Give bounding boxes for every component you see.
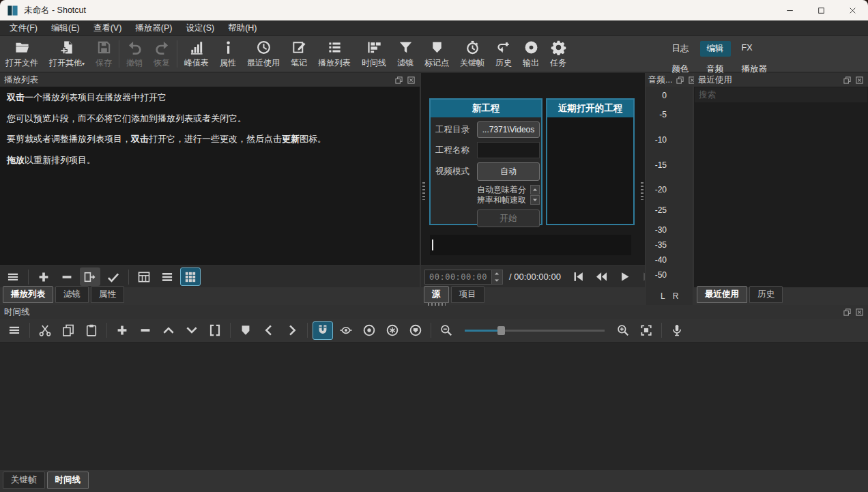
menu-settings[interactable]: 设定(S): [179, 21, 221, 35]
hint-scroll-up-button[interactable]: [530, 185, 540, 194]
layout-color-button[interactable]: 颜色: [665, 61, 696, 77]
tab-timeline[interactable]: 时间线: [47, 472, 89, 489]
timecode-up-button[interactable]: [492, 270, 502, 277]
splitter-grip[interactable]: [422, 182, 425, 200]
timeline-zoom-slider[interactable]: [465, 325, 605, 336]
grid-view-button[interactable]: [180, 267, 201, 286]
layout-logging-button[interactable]: 日志: [665, 41, 696, 57]
layout-editing-button[interactable]: 编辑: [700, 41, 731, 57]
db-tick: -40: [655, 255, 667, 265]
project-name-input[interactable]: [477, 142, 540, 158]
redo-button[interactable]: 恢复: [148, 37, 175, 72]
playlist-button[interactable]: 播放列表: [313, 37, 356, 72]
float-panel-icon[interactable]: [394, 76, 403, 85]
markers-button[interactable]: 标记点: [419, 37, 454, 72]
seek-bar[interactable]: [430, 235, 631, 255]
detail-view-button[interactable]: [134, 267, 154, 286]
play-button[interactable]: [618, 270, 631, 283]
slider-handle[interactable]: [497, 326, 505, 335]
ripple-all-tracks-toggle[interactable]: [382, 321, 403, 340]
recent-list[interactable]: [694, 103, 868, 287]
notes-button[interactable]: 笔记: [285, 37, 313, 72]
playlist-remove-button[interactable]: [57, 267, 77, 286]
open-file-button[interactable]: 打开文件: [0, 37, 44, 72]
playlist-update-button[interactable]: [103, 267, 124, 286]
paste-button[interactable]: [81, 321, 102, 340]
overwrite-button[interactable]: [182, 321, 202, 340]
split-button[interactable]: [205, 321, 225, 340]
timeline-menu-button[interactable]: [4, 321, 25, 340]
fast-forward-button[interactable]: [641, 270, 645, 283]
tab-source[interactable]: 源: [424, 286, 449, 303]
snap-toggle[interactable]: [313, 321, 333, 340]
tab-keyframes[interactable]: 关键帧: [3, 472, 45, 489]
ripple-delete-button[interactable]: [135, 321, 156, 340]
ripple-toggle[interactable]: [359, 321, 379, 340]
jobs-button[interactable]: 任务: [545, 37, 572, 72]
close-button[interactable]: [837, 0, 868, 20]
timeline-tracks-area[interactable]: [0, 342, 868, 470]
playlist-menu-button[interactable]: [3, 267, 23, 286]
close-panel-icon[interactable]: [855, 76, 864, 85]
video-mode-button[interactable]: 自动: [477, 162, 540, 181]
layout-fx-button[interactable]: FX: [735, 41, 760, 57]
start-button[interactable]: 开始: [477, 209, 540, 227]
menu-player[interactable]: 播放器(P): [128, 21, 179, 35]
recent-projects-list[interactable]: [547, 117, 633, 224]
tab-filters[interactable]: 滤镜: [55, 286, 89, 303]
timeline-button[interactable]: 时间线: [356, 37, 392, 72]
zoom-in-button[interactable]: [613, 321, 633, 340]
previous-marker-button[interactable]: [259, 321, 279, 340]
tab-properties[interactable]: 属性: [91, 286, 124, 303]
marker-button[interactable]: [235, 321, 256, 340]
menu-edit[interactable]: 编辑(E): [44, 21, 87, 35]
ripple-markers-toggle[interactable]: [405, 321, 426, 340]
save-button[interactable]: 保存: [90, 37, 117, 72]
cut-button[interactable]: [35, 321, 55, 340]
splitter-grip[interactable]: [641, 182, 643, 200]
layout-audio-button[interactable]: 音频: [700, 61, 731, 77]
close-panel-icon[interactable]: [407, 76, 416, 85]
tab-playlist[interactable]: 播放列表: [3, 286, 53, 303]
search-input[interactable]: [695, 87, 867, 102]
peak-meter-button[interactable]: 峰值表: [179, 37, 214, 72]
minimize-button[interactable]: [774, 0, 805, 20]
menu-view[interactable]: 查看(V): [87, 21, 129, 35]
timecode-down-button[interactable]: [492, 277, 502, 284]
close-panel-icon[interactable]: [855, 308, 864, 317]
open-other-button[interactable]: 打开其他▾: [44, 37, 90, 72]
float-panel-icon[interactable]: [843, 76, 852, 85]
hint-scroll-down-button[interactable]: [530, 195, 540, 205]
next-marker-button[interactable]: [282, 321, 302, 340]
playlist-add-button[interactable]: [33, 267, 54, 286]
menu-file[interactable]: 文件(F): [3, 21, 44, 35]
history-button[interactable]: 历史: [490, 37, 517, 72]
undo-button[interactable]: 撤销: [121, 37, 148, 72]
tile-view-button[interactable]: [157, 267, 177, 286]
open-as-clip-button[interactable]: [80, 267, 100, 286]
project-folder-button[interactable]: ...7371\Videos: [477, 121, 540, 138]
menu-help[interactable]: 帮助(H): [221, 21, 263, 35]
recent-button[interactable]: 最近使用: [242, 37, 285, 72]
skip-to-start-button[interactable]: [572, 270, 585, 283]
layout-player-button[interactable]: 播放器: [735, 61, 775, 77]
keyframes-button[interactable]: 关键帧: [454, 37, 490, 72]
properties-button[interactable]: 属性: [214, 37, 242, 72]
rewind-button[interactable]: [595, 270, 608, 283]
tab-project[interactable]: 项目: [451, 286, 484, 303]
tab-history[interactable]: 历史: [749, 286, 783, 303]
timecode-value[interactable]: 00:00:00:00: [424, 270, 492, 285]
record-audio-button[interactable]: [667, 321, 687, 340]
scrub-while-dragging-toggle[interactable]: [336, 321, 356, 340]
tab-recent[interactable]: 最近使用: [697, 286, 747, 303]
export-button[interactable]: 输出: [517, 37, 545, 72]
float-panel-icon[interactable]: [843, 308, 852, 317]
filters-button[interactable]: 滤镜: [392, 37, 419, 72]
maximize-button[interactable]: [805, 0, 837, 20]
lift-button[interactable]: [158, 321, 179, 340]
zoom-fit-button[interactable]: [636, 321, 656, 340]
copy-button[interactable]: [58, 321, 78, 340]
splitter-grip[interactable]: [428, 303, 446, 306]
zoom-out-button[interactable]: [436, 321, 457, 340]
append-button[interactable]: [112, 321, 132, 340]
